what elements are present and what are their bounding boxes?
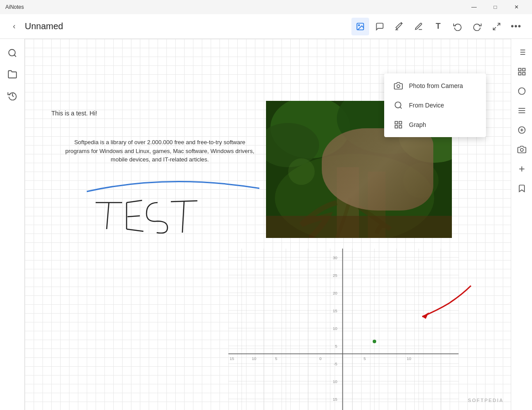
svg-line-7 [107,203,109,229]
svg-text:10: 10 [333,379,337,384]
insert-image-button[interactable] [351,18,369,35]
text-block-1: This is a test. Hi! [51,110,97,117]
svg-line-13 [182,201,184,233]
text-icon-label: T [436,22,441,31]
svg-rect-68 [395,126,398,128]
graph-icon [393,119,404,130]
right-plus-icon[interactable] [514,161,530,177]
svg-text:10: 10 [252,356,256,361]
from-device-label: From Device [409,102,444,109]
maximize-button[interactable]: □ [485,0,505,14]
from-device-icon [393,100,404,111]
svg-line-3 [493,27,496,30]
close-button[interactable]: ✕ [506,0,527,14]
svg-text:25: 25 [333,273,337,278]
red-arrow-annotation [413,281,475,327]
graph-item[interactable]: Graph [384,115,486,134]
svg-text:5: 5 [275,356,277,361]
svg-rect-77 [522,73,525,75]
svg-point-1 [359,24,360,26]
svg-point-63 [395,102,401,108]
svg-text:20: 20 [333,291,337,295]
svg-point-61 [373,340,376,343]
toolbar-right: T [351,18,525,35]
camera-icon [393,80,404,91]
minimize-button[interactable]: — [464,0,484,14]
svg-rect-75 [518,69,521,71]
app-name: AiNotes [5,4,464,10]
pen-button[interactable] [410,18,428,35]
svg-rect-65 [395,122,398,124]
window-controls: — □ ✕ [464,0,527,14]
svg-text:5: 5 [335,344,337,349]
svg-text:15: 15 [230,356,234,361]
svg-line-11 [127,229,143,231]
svg-point-79 [518,88,525,95]
fullscreen-button[interactable] [488,18,505,35]
speech-bubble-button[interactable] [371,18,389,35]
right-list-icon[interactable] [514,44,530,60]
svg-line-2 [497,23,500,26]
handwriting-svg [51,167,259,234]
svg-line-10 [127,216,140,217]
undo-button[interactable] [449,18,466,35]
photo-camera-item[interactable]: Photo from Camera [384,76,486,96]
app-container: ‹ Unnamed [0,14,532,410]
svg-text:5: 5 [363,356,366,361]
right-camera-icon[interactable] [514,142,530,157]
svg-text:0: 0 [319,356,321,361]
svg-rect-67 [399,126,402,128]
svg-text:10: 10 [333,326,337,331]
text-button[interactable]: T [429,18,447,35]
svg-text:15: 15 [333,309,337,313]
svg-point-22 [288,158,315,185]
right-add-icon[interactable] [514,122,530,138]
svg-line-9 [127,200,142,203]
text-block-2-content: Softpedia is a library of over 2.000.000… [66,139,254,163]
from-device-item[interactable]: From Device [384,96,486,115]
sidebar-folder-icon[interactable] [4,65,21,83]
photo-camera-label: Photo from Camera [409,82,463,89]
more-icon-dots: ••• [511,21,521,31]
watermark: SOFTPEDIA [468,398,504,403]
svg-rect-24 [266,216,452,238]
note-title: Unnamed [25,21,348,31]
text-block-2: Softpedia is a library of over 2.000.000… [51,138,268,164]
insert-dropdown-menu: Photo from Camera From Device [384,73,486,137]
text-block-1-content: This is a test. Hi! [51,110,97,117]
svg-text:-5: -5 [334,362,337,366]
svg-rect-76 [522,69,525,71]
main-area: This is a test. Hi! Softpedia is a libra… [0,39,532,410]
svg-text:30: 30 [333,256,337,260]
svg-text:10: 10 [407,356,411,361]
graph-label: Graph [409,121,426,128]
svg-rect-78 [518,73,521,75]
right-grid-icon[interactable] [514,64,530,80]
note-canvas[interactable]: This is a test. Hi! Softpedia is a libra… [25,39,511,410]
back-button[interactable]: ‹ [7,19,21,34]
top-toolbar: ‹ Unnamed [0,14,532,39]
right-sidebar [511,39,532,410]
right-bookmark-icon[interactable] [514,180,530,196]
redo-button[interactable] [468,18,486,35]
right-circle-icon[interactable] [514,83,530,99]
sidebar-search-icon[interactable] [4,44,21,62]
handwriting-area [51,167,259,235]
eraser-button[interactable] [390,18,408,35]
title-bar: AiNotes — □ ✕ [0,0,532,14]
red-arrow-svg [413,281,475,326]
more-button[interactable]: ••• [507,18,525,35]
svg-point-23 [403,163,439,198]
svg-point-86 [520,149,523,152]
right-list2-icon[interactable] [514,103,530,119]
svg-text:15: 15 [333,397,337,402]
svg-line-64 [400,107,402,109]
svg-point-62 [397,85,400,88]
svg-rect-66 [399,122,402,124]
svg-point-4 [8,50,15,56]
sidebar-history-icon[interactable] [4,87,21,104]
left-sidebar [0,39,25,410]
svg-line-5 [14,55,16,57]
